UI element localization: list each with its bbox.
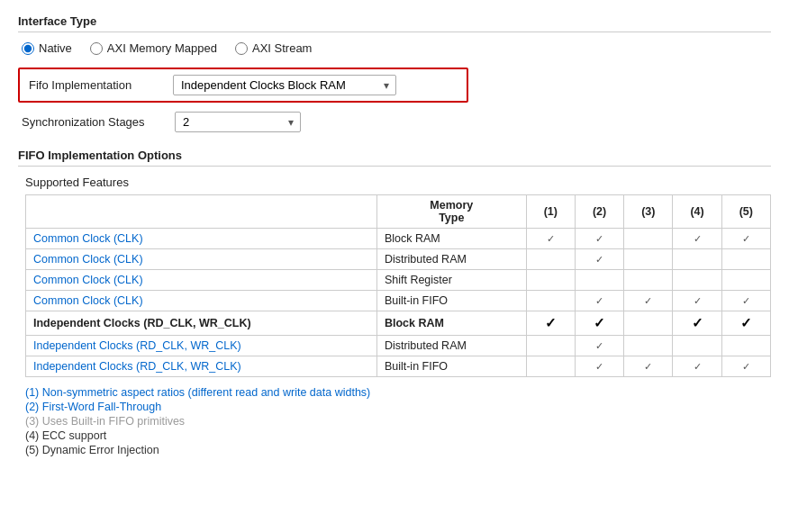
row-c3 bbox=[624, 336, 673, 356]
row-c5 bbox=[721, 270, 770, 291]
th-col1: (1) bbox=[526, 195, 575, 229]
row-name: Independent Clocks (RD_CLK, WR_CLK) bbox=[26, 356, 377, 377]
footnote-1: (1) Non-symmetric aspect ratios (differe… bbox=[25, 386, 771, 399]
table-row: Common Clock (CLK) Distributed RAM ✓ bbox=[26, 249, 771, 270]
row-c1 bbox=[526, 270, 575, 291]
radio-axi-stream[interactable]: AXI Stream bbox=[235, 41, 312, 55]
row-c4: ✓ bbox=[673, 229, 721, 249]
row-name: Independent Clocks (RD_CLK, WR_CLK) bbox=[26, 336, 377, 356]
row-c4: ✓ bbox=[673, 291, 721, 311]
row-c5 bbox=[721, 336, 770, 356]
radio-axi-stream-label: AXI Stream bbox=[252, 41, 312, 55]
fifo-implementation-row: Fifo Implementation Common Clock Block R… bbox=[18, 68, 468, 103]
radio-native[interactable]: Native bbox=[22, 41, 72, 55]
interface-type-section: Interface Type Native AXI Memory Mapped … bbox=[18, 14, 771, 132]
row-c5: ✓ bbox=[721, 229, 770, 249]
table-row: Common Clock (CLK) Shift Register bbox=[26, 270, 771, 291]
table-row: Independent Clocks (RD_CLK, WR_CLK) Dist… bbox=[26, 336, 771, 356]
radio-native-label: Native bbox=[39, 41, 72, 55]
row-c3 bbox=[624, 229, 673, 249]
th-name bbox=[26, 195, 377, 229]
row-c1 bbox=[526, 249, 575, 270]
table-row: Common Clock (CLK) Block RAM ✓ ✓ ✓ ✓ bbox=[26, 229, 771, 249]
row-c4 bbox=[673, 270, 721, 291]
interface-type-title: Interface Type bbox=[18, 14, 771, 28]
footnotes: (1) Non-symmetric aspect ratios (differe… bbox=[25, 386, 771, 456]
row-mem-bold: Block RAM bbox=[376, 311, 526, 336]
row-c1 bbox=[526, 336, 575, 356]
divider-1 bbox=[18, 32, 771, 32]
row-c3 bbox=[624, 270, 673, 291]
row-c1: ✓ bbox=[526, 311, 575, 336]
row-link[interactable]: Common Clock (CLK) bbox=[33, 232, 143, 245]
fifo-options-section: FIFO Implementation Options Supported Fe… bbox=[18, 149, 771, 456]
supported-features-label: Supported Features bbox=[25, 176, 771, 189]
table-header-row: MemoryType (1) (2) (3) (4) (5) bbox=[26, 195, 771, 229]
row-c2: ✓ bbox=[575, 229, 623, 249]
interface-type-row: Native AXI Memory Mapped AXI Stream bbox=[18, 41, 771, 55]
row-name: Common Clock (CLK) bbox=[26, 291, 377, 311]
footnote-5: (5) Dynamic Error Injection bbox=[25, 444, 771, 456]
row-mem: Built-in FIFO bbox=[376, 291, 526, 311]
radio-axi-mm-input[interactable] bbox=[90, 42, 103, 55]
row-mem: Built-in FIFO bbox=[376, 356, 526, 377]
row-name-bold: Independent Clocks (RD_CLK, WR_CLK) bbox=[26, 311, 377, 336]
row-c2: ✓ bbox=[575, 356, 623, 377]
radio-axi-mm[interactable]: AXI Memory Mapped bbox=[90, 41, 217, 55]
row-c4 bbox=[673, 336, 721, 356]
footnote-3: (3) Uses Built-in FIFO primitives bbox=[25, 415, 771, 428]
th-col3: (3) bbox=[624, 195, 673, 229]
row-mem: Block RAM bbox=[376, 229, 526, 249]
fifo-select-wrapper: Common Clock Block RAM Common Clock Dist… bbox=[173, 75, 396, 95]
row-c2 bbox=[575, 270, 623, 291]
row-name: Common Clock (CLK) bbox=[26, 249, 377, 270]
th-col2: (2) bbox=[575, 195, 623, 229]
th-col4: (4) bbox=[673, 195, 721, 229]
sync-stages-select[interactable]: 2 3 4 bbox=[175, 112, 301, 132]
row-link[interactable]: Independent Clocks (RD_CLK, WR_CLK) bbox=[33, 339, 241, 352]
row-name: Common Clock (CLK) bbox=[26, 229, 377, 249]
sync-stages-row: Synchronization Stages 2 3 4 bbox=[18, 112, 771, 132]
row-c1 bbox=[526, 356, 575, 377]
row-c5: ✓ bbox=[721, 356, 770, 377]
row-c3 bbox=[624, 311, 673, 336]
row-c3: ✓ bbox=[624, 356, 673, 377]
row-c1: ✓ bbox=[526, 229, 575, 249]
row-mem: Distributed RAM bbox=[376, 249, 526, 270]
row-link[interactable]: Common Clock (CLK) bbox=[33, 253, 143, 266]
radio-axi-mm-label: AXI Memory Mapped bbox=[107, 41, 217, 55]
row-mem: Distributed RAM bbox=[376, 336, 526, 356]
row-mem: Shift Register bbox=[376, 270, 526, 291]
fifo-implementation-label: Fifo Implementation bbox=[29, 78, 173, 92]
row-c2: ✓ bbox=[575, 291, 623, 311]
row-c1 bbox=[526, 291, 575, 311]
row-c5: ✓ bbox=[721, 291, 770, 311]
row-link[interactable]: Common Clock (CLK) bbox=[33, 274, 143, 286]
row-link[interactable]: Common Clock (CLK) bbox=[33, 294, 143, 307]
row-c4: ✓ bbox=[673, 356, 721, 377]
sync-stages-label: Synchronization Stages bbox=[22, 115, 166, 129]
table-row: Independent Clocks (RD_CLK, WR_CLK) Buil… bbox=[26, 356, 771, 377]
row-c2: ✓ bbox=[575, 311, 623, 336]
row-c2: ✓ bbox=[575, 336, 623, 356]
radio-native-input[interactable] bbox=[22, 42, 34, 55]
footnote-4: (4) ECC support bbox=[25, 429, 771, 442]
th-memory: MemoryType bbox=[376, 195, 526, 229]
radio-axi-stream-input[interactable] bbox=[235, 42, 248, 55]
row-name: Common Clock (CLK) bbox=[26, 270, 377, 291]
table-row-highlighted: Independent Clocks (RD_CLK, WR_CLK) Bloc… bbox=[26, 311, 771, 336]
fifo-options-title: FIFO Implementation Options bbox=[18, 149, 771, 162]
fifo-implementation-select[interactable]: Common Clock Block RAM Common Clock Dist… bbox=[173, 75, 396, 95]
row-c2: ✓ bbox=[575, 249, 623, 270]
th-col5: (5) bbox=[721, 195, 770, 229]
row-c3: ✓ bbox=[624, 291, 673, 311]
row-c5 bbox=[721, 249, 770, 270]
row-c3 bbox=[624, 249, 673, 270]
row-c4: ✓ bbox=[673, 311, 721, 336]
table-row: Common Clock (CLK) Built-in FIFO ✓ ✓ ✓ ✓ bbox=[26, 291, 771, 311]
footnote-2: (2) First-Word Fall-Through bbox=[25, 401, 771, 413]
sync-select-wrapper: 2 3 4 bbox=[175, 112, 301, 132]
row-c4 bbox=[673, 249, 721, 270]
row-c5: ✓ bbox=[721, 311, 770, 336]
row-link[interactable]: Independent Clocks (RD_CLK, WR_CLK) bbox=[33, 360, 241, 373]
